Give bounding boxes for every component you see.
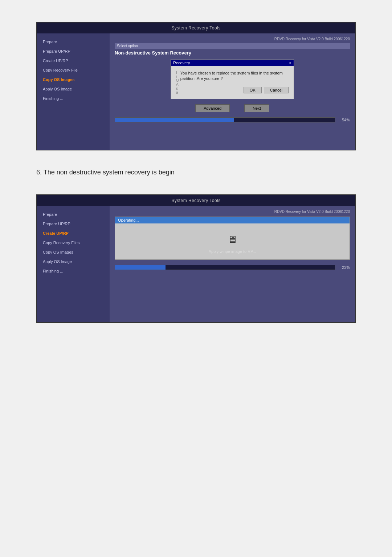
progress-bar-1-fill — [115, 118, 234, 122]
panel-1-title: System Recovery Tools — [37, 23, 355, 33]
progress-area-2: 23% — [115, 265, 350, 270]
progress-area-1: 54% — [115, 117, 350, 122]
panel-2: System Recovery Tools Prepare Prepare UP… — [36, 194, 356, 323]
sidebar-apply-os[interactable]: Apply OS Image — [37, 84, 110, 94]
advanced-btn[interactable]: Advanced — [195, 104, 230, 112]
operating-bar: Operating... — [115, 217, 350, 223]
panel-2-main: RDVD Recovery for Vista V2.0 Build 20061… — [110, 206, 355, 322]
dialog-close-btn[interactable]: × — [289, 61, 291, 65]
dialog-title: Recovery — [173, 61, 190, 65]
p2-sidebar-copy-os[interactable]: Copy OS Images — [37, 247, 110, 257]
dialog-titlebar: Recovery × — [171, 60, 294, 66]
bottom-buttons: Advanced Next — [115, 104, 350, 112]
copy-icon: 🖥 — [227, 234, 237, 245]
dialog-buttons: OK Cancel — [180, 87, 289, 93]
dialog-body: I r O A s a You have chosen to replace t… — [171, 66, 294, 99]
sidebar-create-uprp[interactable]: Create UP/RP — [37, 56, 110, 65]
p2-sidebar-apply-os[interactable]: Apply OS Image — [37, 257, 110, 266]
p2-version-text: RDVD Recovery for Vista V2.0 Build 20061… — [115, 210, 350, 214]
progress-pct-1: 54% — [338, 118, 350, 122]
apply-text: Apply winpe image to RP... — [115, 249, 350, 259]
next-btn[interactable]: Next — [244, 104, 269, 112]
dialog-ok-btn[interactable]: OK — [244, 87, 262, 93]
progress-pct-2: 23% — [338, 265, 350, 270]
sidebar-prepare[interactable]: Prepare — [37, 37, 110, 47]
sidebar-copy-recovery[interactable]: Copy Recovery File — [37, 65, 110, 75]
panel-1-main: RDVD Recovery for Vista V2.0 Build 20061… — [110, 33, 355, 150]
progress-bar-2-bg — [115, 265, 335, 270]
version-text: RDVD Recovery for Vista V2.0 Build 20061… — [115, 37, 350, 41]
p2-sidebar-prepare[interactable]: Prepare — [37, 210, 110, 219]
panel-2-title: System Recovery Tools — [37, 195, 355, 206]
nds-heading: Non-destructive System Recovery — [115, 50, 350, 56]
dialog-letters: I r O A s a — [176, 70, 179, 94]
caption: 6. The non destructive system recovery i… — [36, 169, 356, 176]
operating-box: Operating... 🖥 Apply winpe image to RP..… — [115, 217, 350, 260]
panel-2-sidebar: Prepare Prepare UP/RP Create UP/RP Copy … — [37, 206, 110, 322]
sidebar-copy-os[interactable]: Copy OS Images — [37, 75, 110, 84]
panel-1-sidebar: Prepare Prepare UP/RP Create UP/RP Copy … — [37, 33, 110, 150]
select-option-bar: Select option — [115, 43, 350, 49]
p2-sidebar-finishing[interactable]: Finishing ... — [37, 266, 110, 276]
progress-bar-1-bg — [115, 117, 335, 122]
recovery-dialog: Recovery × I r O A s a — [171, 59, 294, 99]
p2-sidebar-copy-recovery[interactable]: Copy Recovery Files — [37, 238, 110, 247]
p2-sidebar-prepare-uprp[interactable]: Prepare UP/RP — [37, 219, 110, 229]
sidebar-prepare-uprp[interactable]: Prepare UP/RP — [37, 47, 110, 56]
progress-bar-2-fill — [115, 265, 166, 270]
dialog-message: You have chosen to replace the system fi… — [180, 70, 289, 82]
sidebar-finishing[interactable]: Finishing ... — [37, 94, 110, 103]
dialog-cancel-btn[interactable]: Cancel — [264, 87, 289, 93]
p2-sidebar-create-uprp[interactable]: Create UP/RP — [37, 229, 110, 238]
panel-1: System Recovery Tools Prepare Prepare UP… — [36, 22, 356, 150]
copy-icon-area: 🖥 — [115, 226, 350, 249]
